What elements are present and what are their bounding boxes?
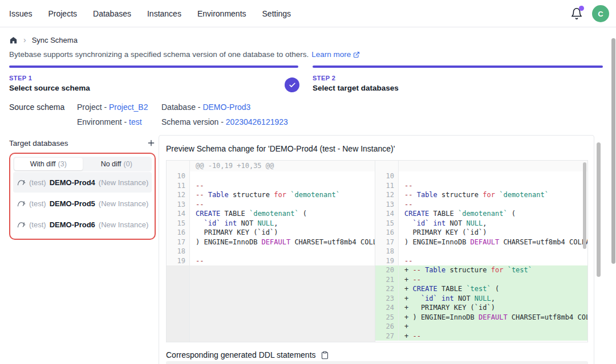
- line-number: 13: [167, 200, 190, 210]
- tab-no-diff-label: No diff: [101, 160, 121, 168]
- diff-line: 24+ PRIMARY KEY (`id`): [375, 303, 587, 313]
- nav-item-databases[interactable]: Databases: [93, 9, 131, 18]
- line-number: 18: [167, 247, 190, 256]
- notifications-button[interactable]: [570, 7, 583, 20]
- tab-no-diff[interactable]: No diff (0): [83, 158, 151, 170]
- line-content: PRIMARY KEY (`id`): [399, 228, 587, 238]
- line-content: CREATE TABLE `demotenant` (: [190, 209, 375, 219]
- project-link[interactable]: Project_B2: [109, 103, 148, 112]
- db-name: DEMO-Prod4: [50, 178, 95, 187]
- diff-line: 15 `id` int NOT NULL,: [375, 219, 587, 228]
- field-database: Database - DEMO-Prod3: [161, 103, 250, 112]
- top-navbar: IssuesProjectsDatabasesInstancesEnvironm…: [0, 0, 616, 27]
- nav-item-environments[interactable]: Environments: [197, 9, 246, 18]
- db-environment: (test): [29, 220, 46, 229]
- db-suffix: (New Instance): [99, 178, 148, 187]
- diff-line: 14CREATE TABLE `demotenant` (: [167, 209, 375, 219]
- home-icon[interactable]: [9, 36, 18, 44]
- target-database-item-demo-prod6[interactable]: (test)DEMO-Prod6(New Instance): [13, 214, 152, 235]
- line-number: 17: [375, 238, 399, 247]
- line-content: + `id` int NOT NULL,: [399, 294, 587, 304]
- schema-version-link[interactable]: 20230426121923: [226, 117, 288, 126]
- line-number: 19: [375, 256, 399, 266]
- schema-diff-view: @@ -10,19 +10,35 @@1011--12-- Table stru…: [166, 160, 588, 342]
- line-number: 12: [375, 190, 399, 200]
- diff-line: 10: [375, 171, 587, 181]
- nav-items: IssuesProjectsDatabasesInstancesEnvironm…: [0, 9, 291, 18]
- line-content: ) ENGINE=InnoDB DEFAULT CHARSET=utf8mb4 …: [190, 238, 375, 247]
- line-number: 22: [375, 284, 399, 294]
- page-scrollbar[interactable]: [611, 38, 615, 264]
- external-link-icon: [353, 51, 360, 58]
- step-2: STEP 2 Select target databases: [313, 75, 399, 92]
- diff-line: 13--: [375, 200, 587, 210]
- nav-item-projects[interactable]: Projects: [48, 9, 77, 18]
- source-schema-label: Source schema: [9, 103, 64, 112]
- db-environment: (test): [29, 199, 46, 208]
- diff-pane-scrollbar[interactable]: [583, 162, 586, 249]
- check-icon: [289, 81, 296, 89]
- line-number: 16: [375, 228, 399, 238]
- ddl-section-header: Corresponding generated DDL statements: [166, 350, 329, 359]
- avatar[interactable]: C: [592, 5, 609, 22]
- diff-line: 25+ ) ENGINE=InnoDB DEFAULT CHARSET=utf8…: [375, 313, 587, 322]
- line-number: 21: [375, 275, 399, 285]
- diff-line: 17) ENGINE=InnoDB DEFAULT CHARSET=utf8mb…: [167, 238, 375, 247]
- mysql-icon: [17, 178, 26, 187]
- db-suffix: (New Instance): [99, 199, 148, 208]
- database-link[interactable]: DEMO-Prod3: [202, 103, 250, 112]
- field-database-label: Database -: [161, 103, 200, 112]
- diff-filter-tabs: With diff (3) No diff (0): [13, 157, 152, 171]
- card-scrollbar[interactable]: [597, 142, 601, 277]
- diff-pane-new: 1011--12-- Table structure for `demotena…: [375, 161, 587, 342]
- step2-progress-bar: [313, 66, 603, 68]
- line-content: --: [190, 200, 375, 210]
- diff-line: 16 PRIMARY KEY (`id`): [375, 228, 587, 238]
- clipboard-icon: [321, 351, 329, 359]
- nav-item-settings[interactable]: Settings: [262, 9, 291, 18]
- line-content: + ) ENGINE=InnoDB DEFAULT CHARSET=utf8mb…: [399, 313, 587, 322]
- diff-line: 20+ -- Table structure for `test`: [375, 265, 587, 275]
- target-database-item-demo-prod5[interactable]: (test)DEMO-Prod5(New Instance): [13, 193, 152, 214]
- line-content: +: [399, 322, 587, 332]
- target-database-item-demo-prod4[interactable]: (test)DEMO-Prod4(New Instance): [13, 172, 152, 193]
- diff-line: 19--: [167, 256, 375, 266]
- learn-more-label: Learn more: [311, 50, 351, 59]
- line-content: + --: [399, 275, 587, 285]
- diff-line: 12-- Table structure for `demotenant`: [167, 190, 375, 200]
- step1-complete-check: [285, 77, 299, 92]
- line-number: [167, 161, 190, 171]
- diff-line: 14CREATE TABLE `demotenant` (: [375, 209, 587, 219]
- line-content: PRIMARY KEY (`id`): [190, 228, 375, 238]
- tab-with-diff[interactable]: With diff (3): [14, 158, 83, 170]
- diff-line: 16 PRIMARY KEY (`id`): [167, 228, 375, 238]
- diff-line: 19--: [375, 256, 587, 266]
- line-number: 18: [375, 247, 399, 256]
- diff-hunk-row: [375, 161, 587, 171]
- nav-item-instances[interactable]: Instances: [147, 9, 181, 18]
- learn-more-link[interactable]: Learn more: [311, 50, 360, 59]
- line-number: 27: [375, 332, 399, 341]
- nav-item-issues[interactable]: Issues: [9, 9, 32, 18]
- line-number: 20: [375, 265, 399, 275]
- nav-right: C: [570, 0, 609, 27]
- filler-content: [190, 265, 375, 342]
- add-target-database-button[interactable]: [147, 138, 156, 148]
- filler-gutter: [167, 265, 190, 342]
- diff-line: 21+ --: [375, 275, 587, 285]
- line-number: 24: [375, 303, 399, 313]
- db-name: DEMO-Prod5: [50, 199, 95, 208]
- line-content: + --: [399, 332, 587, 341]
- tab-with-diff-count: (3): [58, 160, 67, 168]
- intro-description: Bytebase supports synchronizing a specif…: [9, 50, 309, 59]
- line-number: 11: [375, 181, 399, 191]
- breadcrumb: › Sync Schema: [9, 35, 78, 44]
- line-content: ) ENGINE=InnoDB DEFAULT CHARSET=utf8mb4 …: [399, 238, 587, 247]
- step-1: STEP 1 Select source schema: [9, 75, 90, 92]
- diff-line: 12-- Table structure for `demotenant`: [375, 190, 587, 200]
- preview-title: Preview Schema change for 'DEMO-Prod4 (t…: [166, 144, 395, 153]
- field-schema-version-label: Schema version -: [161, 117, 224, 126]
- environment-link[interactable]: test: [129, 117, 142, 126]
- copy-ddl-button[interactable]: [321, 351, 329, 359]
- mysql-icon: [17, 220, 26, 229]
